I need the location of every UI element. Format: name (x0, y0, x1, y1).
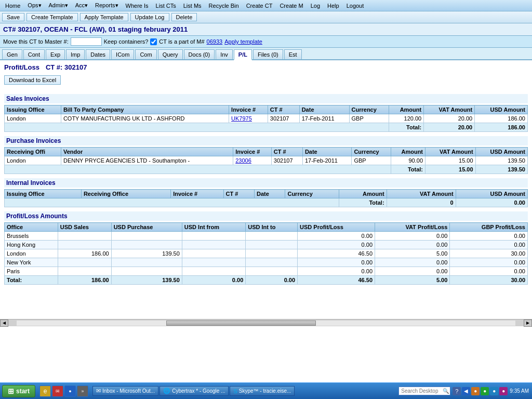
download-excel-button[interactable]: Download to Excel (4, 75, 61, 85)
si-col-invoice: Invoice # (229, 105, 268, 114)
keep-containers-checkbox[interactable] (150, 38, 157, 45)
si-col-amount: Amount (389, 105, 423, 114)
si-total-label (5, 123, 389, 132)
pla-total-label: Total: (5, 276, 58, 285)
si-bill-to: COTY MANUFACTURING UK LTD - ASHFORD (61, 114, 229, 123)
nav-ops[interactable]: Ops▾ (24, 1, 44, 10)
pla-total-usd-pl: 46.50 (298, 276, 375, 285)
si-col-currency: Currency (349, 105, 389, 114)
nav-help[interactable]: Help (324, 2, 342, 10)
nav-createct[interactable]: Create CT (243, 2, 276, 10)
si-invoice-link[interactable]: UK7975 (231, 115, 252, 122)
nav-admin[interactable]: Admin▾ (46, 1, 71, 10)
si-issuing-office: London (5, 114, 61, 123)
nav-recyclebin[interactable]: Recycle Bin (206, 2, 242, 10)
tabs-bar: Gen Cont Exp Imp Dates ICom Com Query Do… (0, 48, 532, 60)
pla-usd-purchase-brussels (111, 232, 182, 241)
si-col-date: Date (299, 105, 349, 114)
ct-number: CT #: 302107 (46, 63, 87, 71)
tab-icom[interactable]: ICom (111, 49, 134, 59)
apply-template-button[interactable]: Apply Template (80, 13, 128, 21)
pla-office-newyork: New York (5, 258, 58, 267)
table-row: Paris 0.00 0.00 0.00 (5, 267, 528, 276)
scrollbar-thumb[interactable] (166, 321, 316, 326)
nav-logout[interactable]: Logout (343, 2, 367, 10)
pi-invoice-link[interactable]: 23006 (235, 157, 251, 164)
create-template-button[interactable]: Create Template (26, 13, 78, 21)
pla-col-usd-sales: USD Sales (58, 223, 111, 232)
tab-cont[interactable]: Cont (23, 49, 45, 59)
pla-usd-pl-brussels: 0.00 (298, 232, 375, 241)
pi-col-ct: CT # (271, 148, 302, 156)
pla-total-gbp-pl: 30.00 (450, 276, 528, 285)
pla-usd-purchase-paris (111, 267, 182, 276)
purchase-invoices-header: Purchase Invoices (4, 136, 528, 145)
purchase-invoices-table: Receiving Offi Vendor Invoice # CT # Dat… (4, 147, 528, 174)
pla-office-london: London (5, 249, 58, 258)
pi-date: 17-Feb-2011 (302, 156, 352, 165)
tab-query[interactable]: Query (158, 49, 183, 59)
pla-usd-int-to-paris (246, 267, 298, 276)
ii-total-row: Total: 0 0.00 (5, 198, 528, 207)
nav-log[interactable]: Log (308, 2, 323, 10)
ii-col-currency: Currency (285, 190, 339, 198)
keep-containers-label: Keep containers? (104, 38, 149, 45)
pla-usd-pl-paris: 0.00 (298, 267, 375, 276)
tab-imp[interactable]: Imp (66, 49, 85, 59)
pla-usd-sales-london: 186.00 (58, 249, 111, 258)
nav-createm[interactable]: Create M (276, 2, 306, 10)
pla-usd-int-to-brussels (246, 232, 298, 241)
master-link[interactable]: 06933 (207, 38, 223, 45)
tab-dates[interactable]: Dates (86, 49, 110, 59)
tab-files[interactable]: Files (0) (253, 49, 283, 59)
scroll-left-arrow[interactable]: ◀ (0, 320, 8, 327)
delete-button[interactable]: Delete (171, 13, 197, 21)
sales-invoices-header: Sales Invoices (4, 94, 528, 103)
pla-col-usd-int-from: USD Int from (182, 223, 245, 232)
tab-est[interactable]: Est (284, 49, 302, 59)
apply-template-link[interactable]: Apply template (224, 38, 262, 45)
ii-col-vat: VAT Amount (387, 190, 456, 198)
pla-usd-int-to-ny (246, 258, 298, 267)
pi-vendor: DENNY PRYCE AGENCIES LTD - Southampton - (61, 156, 233, 165)
pla-vat-pl-paris: 0.00 (375, 267, 450, 276)
nav-listcts[interactable]: List CTs (153, 2, 179, 10)
pla-usd-int-from-london (182, 249, 245, 258)
pla-usd-sales-paris (58, 267, 111, 276)
tab-pl[interactable]: P/L (234, 49, 252, 60)
scroll-right-arrow[interactable]: ▶ (524, 320, 532, 327)
nav-reports[interactable]: Reports▾ (92, 1, 122, 10)
nav-home[interactable]: Home (2, 2, 23, 10)
horizontal-scrollbar[interactable]: ◀ ▶ (0, 319, 532, 326)
tab-com[interactable]: Com (135, 49, 156, 59)
tab-docs[interactable]: Docs (0) (184, 49, 215, 59)
tab-gen[interactable]: Gen (2, 49, 22, 59)
si-col-usd: USD Amount (475, 105, 528, 114)
pla-gbp-pl-ny: 0.00 (450, 258, 528, 267)
pla-col-office: Office (5, 223, 58, 232)
pi-col-vat: VAT Amount (425, 148, 476, 156)
tab-inv[interactable]: Inv (216, 49, 233, 59)
si-total-vat: 20.00 (424, 123, 475, 132)
pla-usd-pl-london: 46.50 (298, 249, 375, 258)
nav-whereis[interactable]: Where Is (123, 2, 152, 10)
nav-listms[interactable]: List Ms (180, 2, 205, 10)
pla-gbp-pl-brussels: 0.00 (450, 232, 528, 241)
nav-acc[interactable]: Acc▾ (72, 1, 91, 10)
pla-total-usd-purchase: 139.50 (111, 276, 182, 285)
save-button[interactable]: Save (2, 13, 24, 21)
si-col-vat: VAT Amount (424, 105, 475, 114)
move-ct-label: Move this CT to Master #: (3, 38, 69, 45)
update-log-button[interactable]: Update Log (130, 13, 169, 21)
ii-total-usd: 0.00 (456, 198, 527, 207)
pla-office-brussels: Brussels (5, 232, 58, 241)
pla-usd-int-from-paris (182, 267, 245, 276)
pi-col-date: Date (302, 148, 352, 156)
move-ct-input[interactable] (71, 37, 102, 46)
ii-col-ct: CT # (223, 190, 254, 198)
pi-currency: GBP (352, 156, 391, 165)
tab-exp[interactable]: Exp (46, 49, 65, 59)
pla-usd-sales-ny (58, 258, 111, 267)
pi-total-space: Total: (391, 165, 425, 174)
pla-usd-int-from-hk (182, 241, 245, 249)
